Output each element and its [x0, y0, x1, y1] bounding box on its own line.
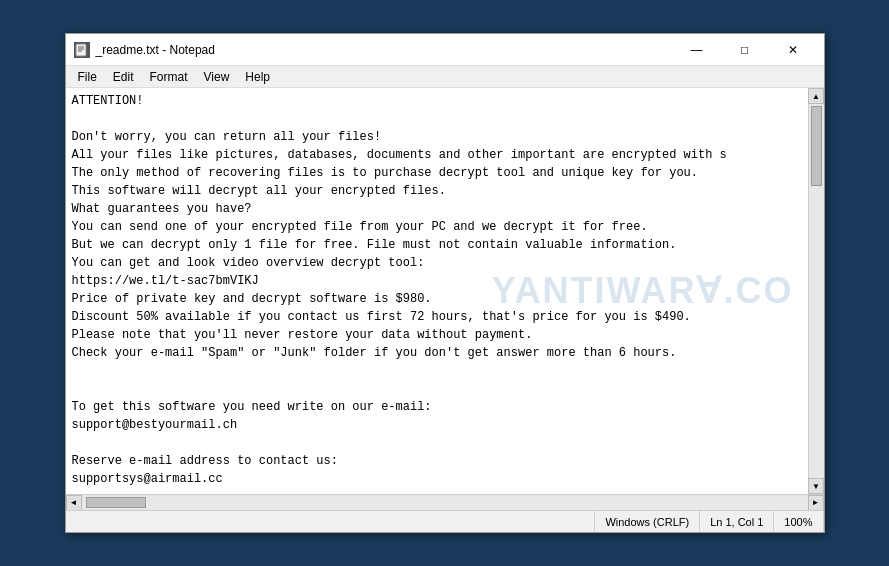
scroll-left-arrow[interactable]: ◄ — [66, 495, 82, 511]
line-col-status: Ln 1, Col 1 — [700, 511, 774, 532]
zoom-status: 100% — [774, 511, 823, 532]
menu-edit[interactable]: Edit — [105, 68, 142, 86]
scroll-down-arrow[interactable]: ▼ — [808, 478, 824, 494]
menu-view[interactable]: View — [196, 68, 238, 86]
window-title: _readme.txt - Notepad — [96, 43, 674, 57]
scroll-thumb[interactable] — [811, 106, 822, 186]
vertical-scrollbar[interactable]: ▲ ▼ — [808, 88, 824, 494]
scroll-up-arrow[interactable]: ▲ — [808, 88, 824, 104]
encoding-status: Windows (CRLF) — [595, 511, 700, 532]
notepad-window: _readme.txt - Notepad — □ ✕ File Edit Fo… — [65, 33, 825, 533]
text-editor[interactable]: ATTENTION! Don't worry, you can return a… — [66, 88, 808, 494]
window-controls: — □ ✕ — [674, 35, 816, 65]
app-icon — [74, 42, 90, 58]
editor-area: ATTENTION! Don't worry, you can return a… — [66, 88, 824, 494]
menu-bar: File Edit Format View Help — [66, 66, 824, 88]
menu-help[interactable]: Help — [237, 68, 278, 86]
maximize-button[interactable]: □ — [722, 35, 768, 65]
close-button[interactable]: ✕ — [770, 35, 816, 65]
horizontal-scrollbar[interactable]: ◄ ► — [66, 494, 824, 510]
title-bar: _readme.txt - Notepad — □ ✕ — [66, 34, 824, 66]
status-bar: Windows (CRLF) Ln 1, Col 1 100% — [66, 510, 824, 532]
status-empty — [66, 511, 596, 532]
scroll-right-arrow[interactable]: ► — [808, 495, 824, 511]
menu-format[interactable]: Format — [142, 68, 196, 86]
scroll-track[interactable] — [809, 104, 824, 478]
minimize-button[interactable]: — — [674, 35, 720, 65]
h-scroll-track[interactable] — [82, 495, 808, 510]
h-scroll-thumb[interactable] — [86, 497, 146, 508]
svg-rect-0 — [76, 44, 86, 56]
menu-file[interactable]: File — [70, 68, 105, 86]
